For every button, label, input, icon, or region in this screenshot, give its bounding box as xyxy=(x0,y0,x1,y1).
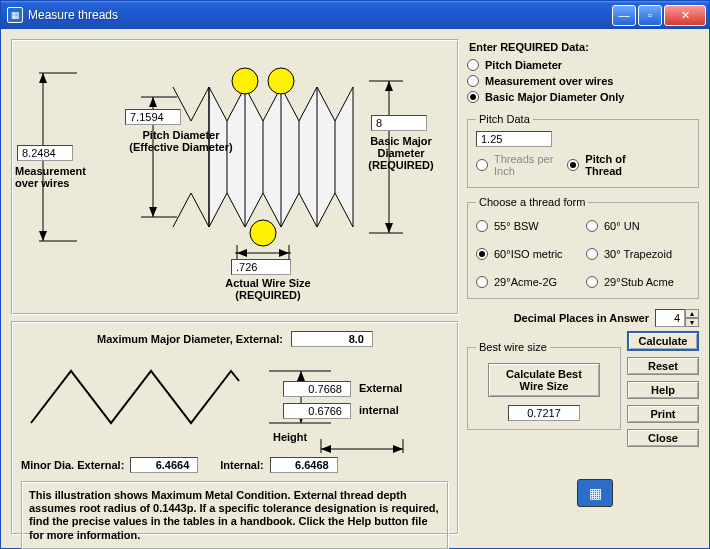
label-60-un: 60° UN xyxy=(604,220,640,232)
external-label: External xyxy=(359,382,402,394)
thread-profile-svg xyxy=(21,353,451,453)
internal-height-value: 0.6766 xyxy=(283,403,351,419)
svg-marker-8 xyxy=(149,97,157,107)
label-55-bsw: 55° BSW xyxy=(494,220,539,232)
label-29-stub: 29°Stub Acme xyxy=(604,276,674,288)
wire-size-input[interactable]: .726 xyxy=(231,259,291,275)
thread-form-legend: Choose a thread form xyxy=(476,196,588,208)
maxmaj-label: Maximum Major Diameter, External: xyxy=(97,333,283,345)
minimize-button[interactable]: — xyxy=(612,5,636,26)
internal-minor-label: Internal: xyxy=(220,459,263,471)
radio-60-iso[interactable]: 60°ISO metric xyxy=(476,248,580,260)
thread-detail-panel: Maximum Major Diameter, External: 8.0 xyxy=(11,321,459,535)
label-60-iso: 60°ISO metric xyxy=(494,248,563,260)
illustration-note: This illustration shows Maximum Metal Co… xyxy=(21,481,449,549)
help-button[interactable]: Help xyxy=(627,381,699,399)
svg-marker-30 xyxy=(279,249,289,257)
enter-required-heading: Enter REQUIRED Data: xyxy=(469,41,699,53)
label-30-trap: 30° Trapezoid xyxy=(604,248,672,260)
calculate-best-wire-button[interactable]: Calculate Best Wire Size xyxy=(488,363,600,397)
height-label: Height xyxy=(273,431,307,443)
best-wire-legend: Best wire size xyxy=(476,341,550,353)
internal-minor-value: 6.6468 xyxy=(270,457,338,473)
radio-basic-major-diameter[interactable]: Basic Major Diameter Only xyxy=(467,91,699,103)
maxmaj-value: 8.0 xyxy=(291,331,373,347)
window-title: Measure threads xyxy=(28,8,612,22)
svg-point-23 xyxy=(232,68,258,94)
decimal-places-label: Decimal Places in Answer xyxy=(514,312,649,324)
pitch-data-legend: Pitch Data xyxy=(476,113,533,125)
radio-30-trapezoid[interactable]: 30° Trapezoid xyxy=(586,248,690,260)
radio-measurement-over-wires[interactable]: Measurement over wires xyxy=(467,75,699,87)
svg-marker-13 xyxy=(385,81,393,91)
svg-marker-14 xyxy=(385,223,393,233)
radio-threads-per-inch[interactable]: Threads per Inch xyxy=(476,153,553,177)
best-wire-size-fieldset: Best wire size Calculate Best Wire Size … xyxy=(467,341,621,430)
spinner-down-icon[interactable]: ▼ xyxy=(685,318,699,327)
radio-pitch-of-thread[interactable]: Pitch of Thread xyxy=(567,153,625,177)
pot-label: Pitch of Thread xyxy=(585,153,625,177)
decimal-places-input[interactable] xyxy=(655,309,685,327)
close-window-button[interactable]: ✕ xyxy=(664,5,706,26)
label-29-acme: 29°Acme-2G xyxy=(494,276,557,288)
titlebar[interactable]: ▦ Measure threads — ▫ ✕ xyxy=(1,1,709,29)
pitch-diameter-label: Pitch Diameter (Effective Diameter) xyxy=(111,129,251,153)
radio-pitch-diameter[interactable]: Pitch Diameter xyxy=(467,59,699,71)
calculate-button[interactable]: Calculate xyxy=(627,331,699,351)
radio-mow-label: Measurement over wires xyxy=(485,75,613,87)
basic-major-diameter-input[interactable]: 8 xyxy=(371,115,427,131)
radio-bmd-label: Basic Major Diameter Only xyxy=(485,91,624,103)
pitch-data-fieldset: Pitch Data 1.25 Threads per Inch Pitch o… xyxy=(467,113,699,188)
reset-button[interactable]: Reset xyxy=(627,357,699,375)
svg-marker-29 xyxy=(237,249,247,257)
tpi-label: Threads per Inch xyxy=(494,153,553,177)
thread-illustration-panel: 8.2484 Measurement over wires 7.1594 Pit… xyxy=(11,39,459,315)
best-wire-value: 0.7217 xyxy=(508,405,580,421)
maximize-button[interactable]: ▫ xyxy=(638,5,662,26)
pitch-diameter-value: 7.1594 xyxy=(125,109,181,125)
print-button[interactable]: Print xyxy=(627,405,699,423)
wire-size-label: Actual Wire Size (REQUIRED) xyxy=(203,277,333,301)
external-height-value: 0.7668 xyxy=(283,381,351,397)
radio-pitch-diameter-label: Pitch Diameter xyxy=(485,59,562,71)
svg-point-24 xyxy=(268,68,294,94)
pitch-value-input[interactable]: 1.25 xyxy=(476,131,552,147)
svg-marker-4 xyxy=(39,231,47,241)
thread-form-fieldset: Choose a thread form 55° BSW 60° UN 60°I… xyxy=(467,196,699,299)
minor-ext-label: Minor Dia. External: xyxy=(21,459,124,471)
app-window: ▦ Measure threads — ▫ ✕ xyxy=(0,0,710,549)
svg-marker-3 xyxy=(39,73,47,83)
svg-marker-38 xyxy=(393,445,403,453)
svg-marker-34 xyxy=(297,371,305,381)
svg-marker-37 xyxy=(321,445,331,453)
radio-60-un[interactable]: 60° UN xyxy=(586,220,690,232)
spinner-up-icon[interactable]: ▲ xyxy=(685,309,699,318)
mow-label: Measurement over wires xyxy=(15,165,111,189)
radio-29-stub-acme[interactable]: 29°Stub Acme xyxy=(586,276,690,288)
decimal-places-spinner[interactable]: ▲▼ xyxy=(655,309,699,327)
svg-point-25 xyxy=(250,220,276,246)
radio-55-bsw[interactable]: 55° BSW xyxy=(476,220,580,232)
svg-marker-9 xyxy=(149,207,157,217)
internal-label: internal xyxy=(359,404,399,416)
basic-major-diameter-label: Basic Major Diameter (REQUIRED) xyxy=(355,135,447,171)
app-icon: ▦ xyxy=(7,7,23,23)
calculator-icon[interactable]: ▦ xyxy=(577,479,613,507)
mow-value: 8.2484 xyxy=(17,145,73,161)
radio-29-acme[interactable]: 29°Acme-2G xyxy=(476,276,580,288)
close-button[interactable]: Close xyxy=(627,429,699,447)
minor-ext-value: 6.4664 xyxy=(130,457,198,473)
